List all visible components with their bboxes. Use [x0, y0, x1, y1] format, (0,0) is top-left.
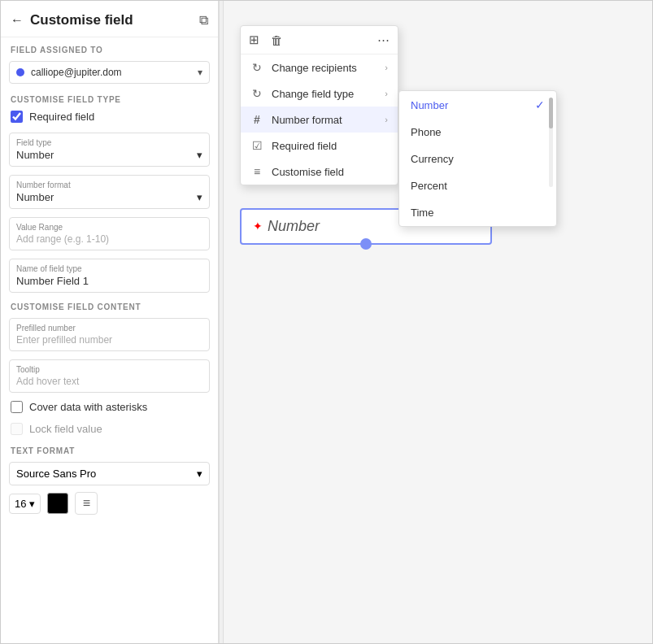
prefilled-number-placeholder: Enter prefilled number: [16, 334, 202, 346]
required-field-icon: ☑: [250, 139, 263, 152]
change-field-type-icon: ↻: [250, 87, 263, 100]
font-size-value: 16: [15, 498, 26, 510]
number-format-label: Number format: [16, 181, 202, 189]
number-format-icon: #: [250, 113, 263, 126]
required-field-label: Required field: [29, 111, 94, 123]
lock-field-label: Lock field value: [29, 423, 102, 435]
field-type-label: Field type: [16, 138, 202, 147]
number-format-chevron-icon: ▾: [197, 191, 202, 203]
context-menu-item-change-field-type[interactable]: ↻ Change field type ›: [241, 80, 398, 107]
lock-field-row: Lock field value: [1, 420, 218, 442]
cover-data-label: Cover data with asterisks: [29, 401, 147, 413]
field-type-value-row[interactable]: Number ▾: [16, 149, 202, 161]
value-range-label: Value Range: [16, 223, 202, 232]
font-family-value: Source Sans Pro: [16, 468, 96, 480]
field-type-value: Number: [16, 149, 54, 161]
change-recipients-icon: ↻: [250, 61, 263, 74]
text-align-button[interactable]: ≡: [75, 492, 98, 515]
lock-field-checkbox: [11, 423, 23, 435]
submenu-percent-label: Percent: [411, 180, 447, 192]
font-size-row: 16 ▾ ≡: [9, 492, 210, 515]
prefilled-number-label: Prefilled number: [16, 324, 202, 333]
submenu-currency-label: Currency: [411, 153, 454, 165]
submenu-item-number[interactable]: Number ✓: [399, 91, 556, 119]
trash-icon[interactable]: 🗑: [271, 33, 283, 47]
change-field-type-label: Change field type: [272, 88, 354, 100]
submenu-item-time[interactable]: Time: [399, 199, 556, 226]
assigned-email: calliope@jupiter.dom: [31, 67, 198, 78]
number-format-value: Number: [16, 191, 54, 203]
tooltip-label: Tooltip: [16, 365, 202, 374]
submenu-phone-label: Phone: [411, 126, 442, 138]
value-range-placeholder: Add range (e.g. 1-10): [16, 233, 202, 245]
submenu-number-check-icon: ✓: [535, 98, 545, 111]
number-field-placeholder: Number: [268, 218, 320, 235]
number-format-submenu: Number ✓ Phone Currency Percent Time: [398, 90, 557, 227]
tooltip-placeholder: Add hover text: [16, 376, 202, 387]
font-family-chevron-icon: ▾: [197, 468, 202, 480]
name-of-field-type-label: Name of field type: [16, 264, 202, 273]
submenu-item-percent[interactable]: Percent: [399, 172, 556, 199]
context-menu-toolbar: ⊞ 🗑 ⋯: [241, 26, 398, 54]
submenu-number-label: Number: [411, 99, 448, 111]
submenu-item-phone[interactable]: Phone: [399, 119, 556, 146]
context-menu-item-change-recipients[interactable]: ↻ Change recipients ›: [241, 54, 398, 80]
required-star: ✦: [253, 220, 263, 233]
cover-data-checkbox[interactable]: [11, 401, 23, 413]
context-menu: ⊞ 🗑 ⋯ ↻ Change recipients › ↻ Change fie…: [240, 25, 398, 185]
name-of-field-type-value: Number Field 1: [16, 275, 89, 287]
grid-icon[interactable]: ⊞: [249, 33, 259, 47]
assigned-email-row[interactable]: calliope@jupiter.dom ▾: [9, 61, 210, 84]
submenu-scrollbar: [549, 98, 553, 187]
customise-field-type-label: CUSTOMISE FIELD TYPE: [1, 90, 218, 107]
value-range-group[interactable]: Value Range Add range (e.g. 1-10): [9, 217, 210, 250]
change-recipients-label: Change recipients: [272, 62, 357, 74]
submenu-time-label: Time: [411, 207, 433, 219]
more-icon[interactable]: ⋯: [377, 33, 390, 47]
cover-data-row[interactable]: Cover data with asterisks: [1, 398, 218, 420]
customise-field-content-label: CUSTOMISE FIELD CONTENT: [1, 298, 218, 315]
field-assigned-section-label: FIELD ASSIGNED TO: [1, 37, 218, 58]
context-menu-item-customise-field[interactable]: ≡ Customise field: [241, 159, 398, 185]
right-panel: ⊞ 🗑 ⋯ ↻ Change recipients › ↻ Change fie…: [224, 1, 652, 643]
number-format-label: Number format: [272, 114, 342, 126]
required-field-menu-label: Required field: [272, 140, 337, 152]
number-format-arrow-icon: ›: [385, 115, 388, 124]
change-recipients-arrow-icon: ›: [385, 63, 388, 72]
font-size-chevron-icon: ▾: [29, 498, 35, 510]
email-dot: [16, 68, 24, 76]
change-field-type-arrow-icon: ›: [385, 89, 388, 98]
required-field-checkbox[interactable]: [11, 111, 23, 123]
number-format-value-row[interactable]: Number ▾: [16, 191, 202, 203]
customise-field-icon: ≡: [250, 165, 263, 178]
back-button[interactable]: ←: [11, 13, 24, 28]
submenu-scrollbar-thumb: [549, 98, 553, 128]
name-of-field-type-value-row[interactable]: Number Field 1: [16, 275, 202, 287]
customise-field-menu-label: Customise field: [272, 166, 344, 178]
context-menu-item-required-field[interactable]: ☑ Required field: [241, 133, 398, 159]
copy-button[interactable]: ⧉: [199, 13, 208, 28]
tooltip-group[interactable]: Tooltip Add hover text: [9, 359, 210, 393]
assigned-chevron-icon: ▾: [198, 67, 202, 78]
number-format-group[interactable]: Number format Number ▾: [9, 175, 210, 209]
font-family-row[interactable]: Source Sans Pro ▾: [9, 462, 210, 485]
font-size-select[interactable]: 16 ▾: [9, 494, 41, 514]
left-panel: ← Customise field ⧉ FIELD ASSIGNED TO ca…: [1, 1, 219, 643]
required-field-row[interactable]: Required field: [1, 107, 218, 129]
drag-handle[interactable]: [360, 238, 372, 250]
name-of-field-type-group[interactable]: Name of field type Number Field 1: [9, 259, 210, 293]
submenu-item-currency[interactable]: Currency: [399, 146, 556, 172]
panel-title: Customise field: [30, 12, 133, 28]
field-type-group[interactable]: Field type Number ▾: [9, 133, 210, 167]
prefilled-number-group[interactable]: Prefilled number Enter prefilled number: [9, 318, 210, 351]
left-header: ← Customise field ⧉: [1, 1, 218, 37]
field-type-chevron-icon: ▾: [197, 149, 202, 161]
text-color-swatch[interactable]: [47, 493, 68, 514]
text-format-label: TEXT FORMAT: [1, 442, 218, 459]
context-menu-item-number-format[interactable]: # Number format ›: [241, 107, 398, 133]
